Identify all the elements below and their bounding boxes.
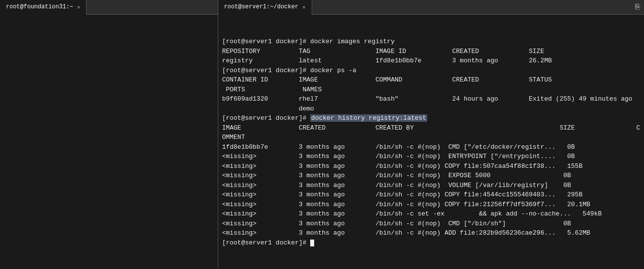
right-tab-bar-actions: ⎘: [631, 3, 644, 12]
terminal-line: <missing> 3 months ago /bin/sh -c #(nop)…: [222, 228, 640, 238]
terminal-line: [root@server1 docker]# docker images reg…: [222, 37, 640, 47]
highlighted-command: docker history registry:latest: [310, 114, 427, 122]
terminal-line: OMMENT: [222, 133, 640, 142]
terminal-line: [root@server1 docker]# docker history re…: [222, 113, 640, 123]
terminal-line: REPOSITORY TAG IMAGE ID CREATED SIZE: [222, 47, 640, 56]
cursor: [310, 240, 314, 246]
window-container: root@foundation31:~ ✕ root@server1:~/doc…: [0, 0, 644, 269]
terminal-line: <missing> 3 months ago /bin/sh -c #(nop)…: [222, 190, 640, 200]
right-tab[interactable]: root@server1:~/docker ✕: [218, 0, 312, 15]
left-tab[interactable]: root@foundation31:~ ✕: [0, 0, 87, 15]
left-pane: root@foundation31:~ ✕: [0, 0, 218, 269]
right-tab-close-icon[interactable]: ✕: [302, 4, 306, 10]
terminal-line: <missing> 3 months ago /bin/sh -c set -e…: [222, 209, 640, 219]
left-terminal-content[interactable]: [0, 15, 218, 269]
right-terminal-content[interactable]: [root@server1 docker]# docker images reg…: [218, 15, 644, 269]
terminal-line: b9f609ad1320 rhel7 "bash" 24 hours ago E…: [222, 94, 640, 104]
left-tab-label: root@foundation31:~: [6, 3, 73, 10]
terminal-line: CONTAINER ID IMAGE COMMAND CREATED STATU…: [222, 75, 640, 85]
right-tab-bar: root@server1:~/docker ✕ ⎘: [218, 0, 644, 15]
terminal-line: <missing> 3 months ago /bin/sh -c #(nop)…: [222, 152, 640, 161]
right-tab-label: root@server1:~/docker: [224, 3, 298, 10]
terminal-line: <missing> 3 months ago /bin/sh -c #(nop)…: [222, 171, 640, 181]
terminal-line: <missing> 3 months ago /bin/sh -c #(nop)…: [222, 181, 640, 190]
terminal-line: 1fd8e1b0bb7e 3 months ago /bin/sh -c #(n…: [222, 142, 640, 152]
terminal-line: [root@server1 docker]# docker ps -a: [222, 66, 640, 76]
terminal-line: <missing> 3 months ago /bin/sh -c #(nop)…: [222, 200, 640, 210]
screenshot-icon[interactable]: ⎘: [635, 3, 640, 12]
left-tab-bar: root@foundation31:~ ✕: [0, 0, 218, 15]
terminal-line: IMAGE CREATED CREATED BY SIZE C: [222, 123, 640, 133]
terminal-line: PORTS NAMES: [222, 85, 640, 95]
terminal-line: <missing> 3 months ago /bin/sh -c #(nop)…: [222, 219, 640, 229]
terminal-line: <missing> 3 months ago /bin/sh -c #(nop)…: [222, 161, 640, 171]
left-tab-close-icon[interactable]: ✕: [77, 4, 81, 10]
terminal-line: demo: [222, 104, 640, 114]
terminal-line: [root@server1 docker]#: [222, 238, 640, 248]
terminal-line: registry latest 1fd8e1b0bb7e 3 months ag…: [222, 56, 640, 66]
right-pane: root@server1:~/docker ✕ ⎘ [root@server1 …: [218, 0, 644, 269]
